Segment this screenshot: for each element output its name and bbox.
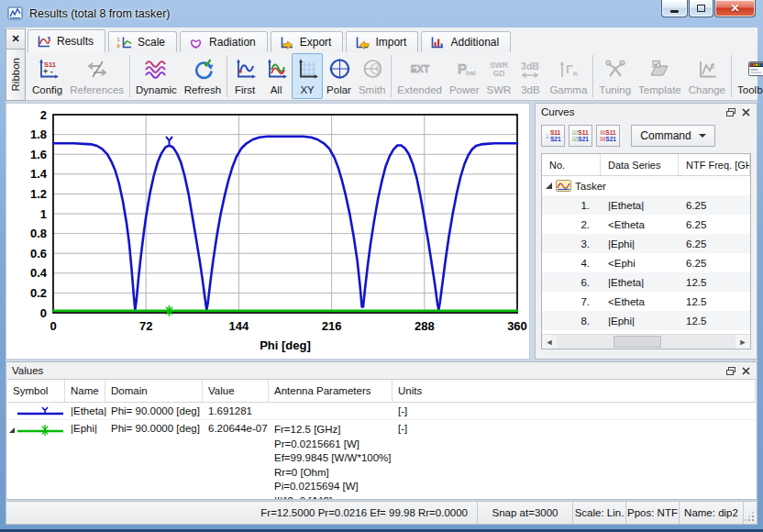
tab-export[interactable]: Export: [271, 31, 344, 52]
config-icon: S11+ -: [36, 58, 60, 83]
svg-text:1: 1: [117, 36, 121, 41]
float-panel-icon[interactable]: [724, 364, 738, 377]
values-column-header[interactable]: Antenna Parameters: [269, 380, 393, 402]
curves-row-4[interactable]: 4.<Ephi6.25: [542, 253, 750, 272]
scrollbar-track[interactable]: [557, 335, 735, 349]
refresh-button[interactable]: Refresh: [181, 53, 225, 99]
window-title: Results (total 8 from tasker): [29, 7, 171, 20]
curves-row-8[interactable]: 8.|Ephi|12.5: [542, 311, 750, 330]
etheta-curve-symbol: [7, 403, 65, 419]
value-number: 6.20644e-07: [203, 420, 269, 436]
status-segment-3: Ppos: NTF: [626, 502, 680, 524]
values-column-header[interactable]: Units: [393, 380, 756, 402]
curves-row-6[interactable]: 6.|Etheta|12.5: [542, 272, 750, 292]
polar-button[interactable]: Polar: [323, 53, 355, 99]
plot-s11-s21-button[interactable]: ↓S11S21: [541, 125, 565, 147]
tasker-icon: [556, 180, 571, 192]
curve-number: 2.: [542, 219, 601, 230]
tab-radiation[interactable]: Radiation: [180, 31, 268, 52]
values-column-header[interactable]: Domain: [105, 380, 203, 402]
svg-text:1.8: 1.8: [30, 127, 47, 141]
values-column-header[interactable]: Name: [65, 380, 105, 402]
tab-import[interactable]: Import: [346, 31, 418, 52]
radiation-tab-icon: [188, 35, 204, 50]
svg-text:72: 72: [139, 319, 152, 333]
tab-label: Scale: [138, 36, 165, 49]
curve-ntf-freq: 6.25: [679, 200, 750, 211]
resize-grip[interactable]: [744, 502, 757, 524]
config-button[interactable]: S11+ -Config: [28, 53, 66, 99]
maximize-button[interactable]: [689, 0, 713, 17]
minimize-button[interactable]: [661, 0, 688, 17]
value-units: [-]: [393, 403, 756, 418]
curves-row-3[interactable]: 3.|Ephi|6.25: [542, 234, 750, 253]
app-icon: [7, 6, 24, 21]
tab-additional[interactable]: Additional: [421, 31, 511, 52]
change-label: Change: [689, 84, 725, 95]
references-label: References: [70, 84, 124, 95]
status-segment-1: Snap at=3000: [478, 502, 573, 524]
ribbon-group-1: DynamicRefresh: [132, 51, 225, 101]
ribbon-side-tab[interactable]: Ribbon: [6, 50, 26, 101]
extended-icon: EXT: [408, 58, 432, 83]
ribbon-group-0: S11+ -ConfigReferences: [28, 51, 127, 101]
curve-data-series: |Etheta|: [601, 277, 679, 288]
close-panel-icon[interactable]: [738, 105, 753, 118]
values-row-2[interactable]: |Ephi|Phi= 90.0000 [deg]6.20644e-07Fr=12…: [7, 420, 756, 500]
xy-plot-panel: 00.20.40.60.811.21.41.61.820721442162883…: [6, 103, 530, 360]
scroll-right-arrow[interactable]: ►: [735, 335, 750, 349]
collapse-triangle-icon[interactable]: [546, 183, 552, 189]
tab-scale[interactable]: 10Scale: [108, 31, 177, 52]
ribbon-close-button[interactable]: ✕: [6, 28, 26, 50]
hide-s11-s21-button[interactable]: ☒S11☒S21: [596, 125, 620, 147]
status-segment-4: Name: dip2: [680, 502, 744, 524]
close-button[interactable]: ✕: [714, 0, 756, 17]
tab-results[interactable]: Results: [28, 29, 105, 52]
additional-tab-icon: [429, 35, 445, 50]
curve-ntf-freq: 12.5: [679, 296, 750, 307]
first-button[interactable]: First: [229, 53, 260, 99]
values-column-header[interactable]: Symbol: [7, 380, 65, 402]
all-button[interactable]: All: [260, 53, 292, 99]
horizontal-scrollbar[interactable]: ◄ ►: [542, 334, 750, 349]
curves-column-header[interactable]: Data Series: [601, 154, 679, 175]
value-name: |Etheta|: [65, 403, 105, 418]
dynamic-label: Dynamic: [136, 84, 177, 95]
curves-row-7[interactable]: 7.<Etheta12.5: [542, 292, 750, 311]
down-arrow-icon: ↓: [545, 131, 549, 140]
svg-text:0: 0: [40, 306, 47, 320]
close-panel-icon[interactable]: [738, 364, 753, 377]
smith-icon: [360, 58, 384, 83]
curves-row-2[interactable]: 2.<Etheta6.25: [542, 215, 750, 234]
toolbars-button[interactable]: Toolbars: [734, 53, 763, 99]
svg-text:Phi [deg]: Phi [deg]: [260, 338, 311, 352]
xy-plot[interactable]: 00.20.40.60.811.21.41.61.820721442162883…: [6, 104, 529, 359]
scrollbar-thumb[interactable]: [614, 336, 661, 348]
collapse-triangle-icon[interactable]: [9, 427, 15, 433]
curves-column-header[interactable]: NTF Freq. [GHz]: [679, 154, 750, 175]
show-s11-s21-button[interactable]: ☑S11☑S21: [569, 125, 592, 147]
all-label: All: [271, 84, 282, 95]
svg-text:+ -: + -: [43, 67, 53, 76]
values-panel-header: Values: [6, 362, 757, 379]
values-row-1[interactable]: |Etheta|Phi= 90.0000 [deg]1.691281[-]: [7, 403, 756, 420]
curves-column-header[interactable]: No.: [542, 154, 601, 175]
curve-ntf-freq: 6.25: [679, 238, 750, 249]
ribbon-group-divider: [391, 55, 392, 97]
svg-text:0: 0: [50, 319, 56, 333]
xy-button[interactable]: XY: [292, 53, 323, 99]
values-column-header[interactable]: Value: [203, 380, 269, 402]
dynamic-button[interactable]: Dynamic: [132, 53, 181, 99]
float-panel-icon[interactable]: [724, 105, 738, 118]
curves-row-1[interactable]: 1.|Etheta|6.25: [542, 195, 750, 215]
curve-number: 4.: [542, 258, 601, 269]
curve-data-series: <Etheta: [601, 296, 679, 307]
3db-icon: 3dB: [518, 58, 542, 83]
xy-label: XY: [300, 84, 314, 95]
template-button: Template: [635, 53, 685, 99]
command-dropdown[interactable]: Command: [631, 125, 715, 147]
title-bar[interactable]: Results (total 8 from tasker) ✕: [6, 2, 757, 26]
scroll-left-arrow[interactable]: ◄: [542, 335, 557, 349]
svg-text:GD: GD: [493, 69, 505, 78]
curves-group-row[interactable]: Tasker: [542, 176, 750, 195]
